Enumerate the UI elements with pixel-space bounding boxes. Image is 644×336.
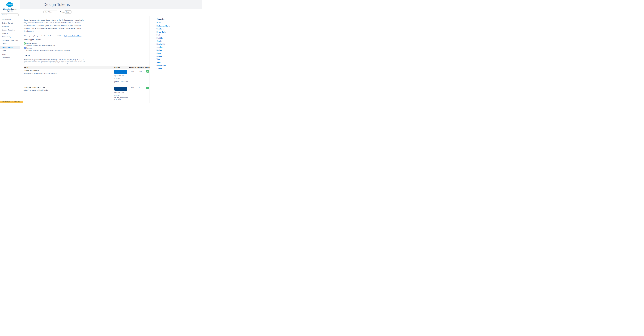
sidebar-item-getting-started[interactable]: Getting Started [0, 21, 20, 25]
example-cell: rgb(1, 118, 211)#0176d3BRAND_ACCESSIBLE [114, 70, 129, 84]
category-link-opacity[interactable]: Opacity [156, 40, 202, 42]
legend-entry-description: Available to use on the Salesforce Platf… [26, 45, 151, 46]
chevron-right-icon: ▸ [16, 35, 17, 39]
chevron-down-icon: ▼ [69, 11, 71, 13]
category-link-time[interactable]: Time [156, 58, 202, 60]
chevron-right-icon: ▸ [16, 28, 17, 32]
tokens-table: Token Example Released Themeable Support… [24, 66, 151, 103]
sidebar-item-platforms[interactable]: Platforms▸ [0, 25, 20, 28]
chevron-right-icon: ▸ [16, 32, 17, 35]
themeable-value: Yes [136, 87, 144, 89]
table-row: $brand-accessibleDark variant of BRAND t… [24, 69, 151, 85]
global-access-badge: GA [24, 42, 26, 44]
legend-entry-name: Internal [26, 47, 151, 49]
category-link-border-color[interactable]: Border Color [156, 31, 202, 33]
table-header-token: Token [24, 66, 114, 68]
sidebar-item-component-blueprints[interactable]: Component Blueprints▸ [0, 39, 20, 42]
sidebar-item-utilities[interactable]: Utilities▸ [0, 42, 20, 46]
category-link-line-height[interactable]: Line Height [156, 43, 202, 45]
sidebar-item-icons[interactable]: Icons [0, 49, 20, 53]
legend-title: Token Support Legend: [24, 39, 151, 40]
category-link-media-query[interactable]: Media Query [156, 64, 202, 66]
top-accent-strip [0, 0, 202, 0]
chevron-right-icon: ▸ [16, 25, 17, 28]
salesforce-cloud-icon: salesforce [6, 1, 14, 7]
example-constant: BRAND_ACCESSIBLE [114, 80, 129, 84]
page-title: Design Tokens [44, 2, 70, 7]
token-description: Active / Hover state of BRAND_A11Y [24, 89, 112, 91]
support-ga-badge: GA [146, 87, 149, 89]
category-link-touch[interactable]: Touch [156, 61, 202, 63]
format-select[interactable]: Sass ▼ [65, 10, 72, 13]
sidebar-item-resources[interactable]: Resources▸ [0, 56, 20, 60]
status-message: Establishing secure connection... [0, 101, 23, 103]
sidebar-title: Lightning Design System [0, 8, 20, 12]
released-value: 2.6.0 [129, 87, 136, 89]
token-cell: $brand-accessible-activeActive / Hover s… [24, 87, 114, 100]
chevron-right-icon: ▸ [16, 56, 17, 60]
chevron-right-icon: ▸ [16, 42, 17, 46]
example-cell: rgb(1, 68, 134)#014486BRAND_ACCESSIBLE_A… [114, 87, 129, 100]
developer-guide-note-text: Using Lightning Components? Read the Dev… [24, 35, 64, 37]
chevron-right-icon: ▸ [16, 39, 17, 42]
intro-paragraph: Design tokens are the visual design atom… [24, 19, 84, 32]
color-swatch [114, 70, 127, 74]
category-link-colors[interactable]: Colors [156, 22, 202, 24]
category-link-radius[interactable]: Radius [156, 49, 202, 51]
categories-title: Categories [156, 18, 202, 20]
table-row: $brand-accessible-activeActive / Hover s… [24, 85, 151, 102]
categories-rail: Categories ColorsBackground ColorText Co… [150, 15, 202, 103]
category-link-font-size[interactable]: Font Size [156, 37, 202, 39]
example-hex: #014486 [114, 94, 129, 96]
developer-guide-note: Using Lightning Components? Read the Dev… [24, 35, 151, 37]
table-header-example: Example [114, 66, 129, 68]
sidebar-nav: What's NewGetting StartedPlatforms▸Desig… [0, 18, 20, 60]
category-link-z-index[interactable]: Z-index [156, 67, 202, 69]
sidebar-item-kinetics[interactable]: Kinetics▸ [0, 32, 20, 35]
example-hex: #0176d3 [114, 78, 129, 79]
category-link-spacing[interactable]: Spacing [156, 46, 202, 48]
sidebar-item-accessibility[interactable]: Accessibility▸ [0, 35, 20, 39]
page-header: Design Tokens [20, 0, 202, 9]
find-token-input[interactable] [44, 10, 57, 13]
categories-links: ColorsBackground ColorText ColorBorder C… [156, 22, 202, 69]
internal-badge: I [24, 47, 26, 49]
search-input[interactable] [1, 13, 18, 16]
format-select-value: Sass [66, 11, 69, 13]
token-name: $brand-accessible-active [24, 87, 112, 88]
category-link-sizing[interactable]: Sizing [156, 52, 202, 54]
table-header-released: Released [129, 66, 136, 68]
table-header-themeable: Themeable [136, 66, 144, 68]
legend-entry: IInternalAvailable to internal Salesforc… [24, 47, 151, 51]
color-swatch [114, 87, 127, 91]
token-description: Dark variant of BRAND that is accessible… [24, 73, 112, 74]
styling-with-design-tokens-link[interactable]: Styling with Design Tokens [64, 35, 82, 37]
chevron-right-icon: ▸ [16, 53, 17, 56]
category-link-background-color[interactable]: Background Color [156, 25, 202, 27]
sidebar-item-design-guidelines[interactable]: Design Guidelines▸ [0, 28, 20, 32]
developer-guide-note-period: . [82, 35, 82, 37]
themeable-cell: Yes [136, 87, 144, 100]
legend-entry-name: Global Access [26, 42, 151, 44]
table-header-row: Token Example Released Themeable Support [24, 66, 151, 69]
table-body: $brand-accessibleDark variant of BRAND t… [24, 69, 151, 103]
released-value: 2.6.0 [129, 70, 136, 72]
table-row: $brand-background-darkDark variant of BR… [24, 102, 151, 103]
example-rgb: rgb(1, 118, 211) [114, 75, 129, 77]
format-label: Format: [60, 11, 65, 13]
legend-entry: GAGlobal AccessAvailable to use on the S… [24, 42, 151, 46]
sidebar-item-tools[interactable]: Tools▸ [0, 53, 20, 56]
category-link-text-color[interactable]: Text Color [156, 28, 202, 30]
sidebar-item-what-s-new[interactable]: What's New [0, 18, 20, 21]
category-link-font[interactable]: Font [156, 34, 202, 36]
token-support-legend: GAGlobal AccessAvailable to use on the S… [24, 42, 151, 51]
category-link-shadow[interactable]: Shadow [156, 55, 202, 57]
salesforce-logo[interactable]: salesforce [0, 0, 20, 8]
released-cell: 2.6.0 [129, 70, 136, 84]
colors-section-description: Generic colors to use within a Salesforc… [24, 58, 86, 64]
example-constant: BRAND_ACCESSIBLE_ACTIVE [114, 97, 129, 100]
support-ga-badge: GA [146, 70, 149, 73]
example-rgb: rgb(1, 68, 134) [114, 92, 129, 93]
sidebar-item-design-tokens[interactable]: Design Tokens [0, 46, 20, 49]
token-name: $brand-accessible [24, 70, 112, 72]
